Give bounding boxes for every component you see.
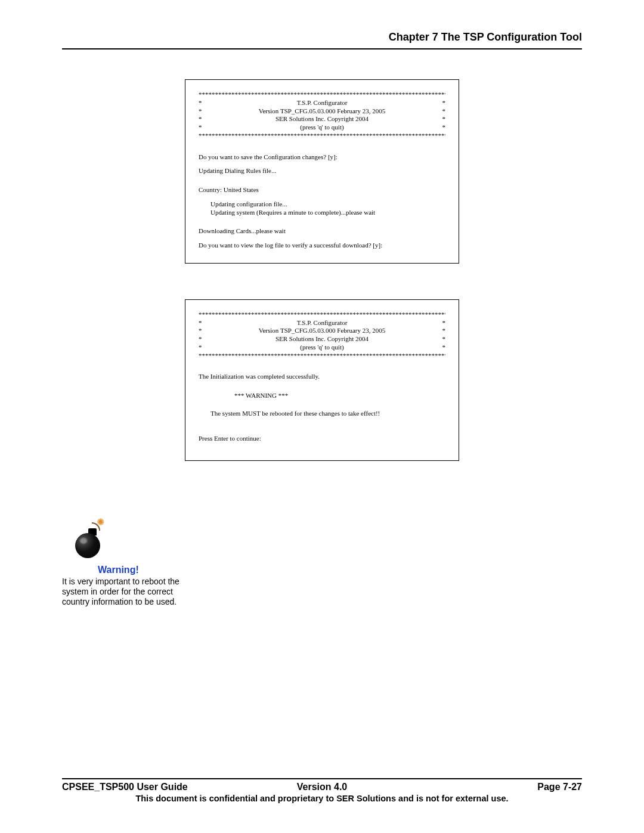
footer-rule: [62, 778, 582, 779]
page-footer: CPSEE_TSP500 User Guide Version 4.0 Page…: [62, 778, 582, 803]
star-right: *: [442, 327, 446, 335]
chapter-header: Chapter 7 The TSP Configuration Tool: [62, 31, 582, 49]
banner-border-bottom: ****************************************…: [199, 352, 445, 360]
banner-copyright: SER Solutions Inc. Copyright 2004: [202, 115, 442, 123]
banner-title: T.S.P. Configurator: [202, 99, 442, 107]
banner-line: * Version TSP_CFG.05.03.000 February 23,…: [199, 107, 445, 116]
banner-border-top: ****************************************…: [199, 91, 445, 99]
star-right: *: [442, 335, 446, 343]
star-right: *: [442, 99, 446, 107]
terminal-box-1: ****************************************…: [185, 79, 459, 264]
banner-quit-hint: (press 'q' to quit): [202, 343, 442, 352]
footer-version: Version 4.0: [236, 782, 409, 792]
banner-version: Version TSP_CFG.05.03.000 February 23, 2…: [202, 327, 442, 335]
msg-updating-system: Updating system (Requires a minute to co…: [199, 209, 445, 217]
banner-border-top: ****************************************…: [199, 311, 445, 319]
msg-warning-heading: *** WARNING ***: [199, 392, 445, 400]
msg-reboot-required: The system MUST be rebooted for these ch…: [199, 410, 445, 418]
banner-line: * (press 'q' to quit) *: [199, 123, 445, 132]
star-right: *: [442, 107, 446, 116]
prompt-save-config: Do you want to save the Configuration ch…: [199, 153, 445, 162]
terminal-box-2: ****************************************…: [185, 299, 459, 462]
banner-border-bottom: ****************************************…: [199, 132, 445, 140]
star-right: *: [442, 319, 446, 327]
msg-updating-rules: Updating Dialing Rules file...: [199, 167, 445, 175]
banner-copyright: SER Solutions Inc. Copyright 2004: [202, 335, 442, 343]
warning-text: It is very important to reboot the syste…: [62, 577, 187, 606]
bomb-highlight-icon: [80, 538, 87, 544]
msg-downloading-cards: Downloading Cards...please wait: [199, 227, 445, 236]
banner-version: Version TSP_CFG.05.03.000 February 23, 2…: [202, 107, 442, 116]
banner-line: * (press 'q' to quit) *: [199, 343, 445, 352]
page: Chapter 7 The TSP Configuration Tool ***…: [0, 0, 644, 833]
prompt-press-enter: Press Enter to continue:: [199, 435, 445, 443]
banner-line: * Version TSP_CFG.05.03.000 February 23,…: [199, 327, 445, 335]
banner-line: * SER Solutions Inc. Copyright 2004 *: [199, 115, 445, 123]
star-right: *: [442, 115, 446, 123]
banner-quit-hint: (press 'q' to quit): [202, 123, 442, 132]
prompt-view-log: Do you want to view the log file to veri…: [199, 241, 445, 250]
bomb-body-icon: [75, 533, 100, 558]
footer-confidential-note: This document is confidential and propri…: [62, 794, 582, 803]
banner-line: * T.S.P. Configurator *: [199, 319, 445, 327]
footer-page-number: Page 7-27: [408, 782, 582, 792]
footer-row: CPSEE_TSP500 User Guide Version 4.0 Page…: [62, 782, 582, 792]
banner-line: * T.S.P. Configurator *: [199, 99, 445, 107]
msg-updating-config: Updating configuration file...: [199, 200, 445, 209]
star-right: *: [442, 343, 446, 352]
star-right: *: [442, 123, 446, 132]
banner-title: T.S.P. Configurator: [202, 319, 442, 327]
banner-line: * SER Solutions Inc. Copyright 2004 *: [199, 335, 445, 343]
warning-callout: ✺ Warning! It is very important to reboo…: [62, 520, 187, 607]
msg-init-success: The Initialization was completed success…: [199, 373, 445, 381]
bomb-icon: ✺: [70, 520, 112, 562]
msg-country: Country: United States: [199, 186, 445, 194]
footer-doc-title: CPSEE_TSP500 User Guide: [62, 782, 236, 792]
warning-label: Warning!: [98, 564, 187, 575]
